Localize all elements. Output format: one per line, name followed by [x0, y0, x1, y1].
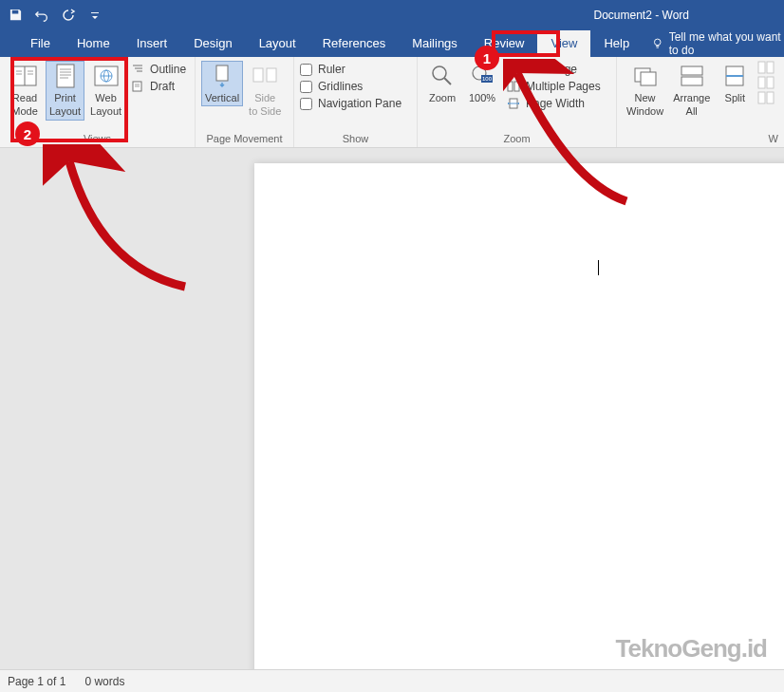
undo-icon[interactable]	[34, 8, 49, 23]
group-zoom-label: Zoom	[418, 133, 616, 147]
svg-line-26	[444, 78, 451, 84]
ribbon: Read Mode Print Layout Web Layout Outlin…	[0, 57, 784, 148]
tab-home[interactable]: Home	[64, 30, 123, 57]
svg-rect-31	[508, 82, 513, 91]
print-layout-icon	[52, 63, 79, 89]
split-icon	[721, 63, 748, 89]
draft-button[interactable]: Draft	[131, 80, 186, 93]
zoom-button[interactable]: Zoom	[423, 61, 461, 106]
group-page-movement: Vertical Side to Side Page Movement	[196, 57, 294, 147]
new-window-button[interactable]: New Window	[623, 61, 667, 121]
arrange-all-button[interactable]: Arrange All	[669, 61, 714, 121]
tab-mailings[interactable]: Mailings	[399, 30, 471, 57]
quick-access-toolbar	[8, 8, 103, 23]
outline-icon	[131, 64, 144, 75]
text-cursor	[598, 260, 599, 275]
tab-help[interactable]: Help	[590, 30, 643, 57]
svg-rect-41	[767, 62, 774, 73]
tab-design[interactable]: Design	[180, 30, 245, 57]
web-layout-icon	[93, 63, 120, 89]
split-button[interactable]: Split	[716, 61, 754, 106]
svg-rect-35	[641, 72, 656, 85]
window-title: Document2 - Word	[594, 9, 690, 22]
save-icon[interactable]	[8, 8, 23, 23]
svg-rect-7	[57, 65, 74, 87]
tab-file[interactable]: File	[17, 30, 64, 57]
page-width-icon	[507, 98, 520, 109]
svg-rect-40	[758, 62, 765, 73]
group-zoom: Zoom 100 100% One Page Multiple Pages Pa…	[418, 57, 617, 147]
draft-icon	[131, 81, 144, 92]
one-page-icon	[507, 64, 520, 75]
title-bar: Document2 - Word	[0, 0, 784, 29]
reset-window-icon[interactable]	[757, 91, 775, 104]
group-show: Ruler Gridlines Navigation Pane Show	[294, 57, 418, 147]
navigation-pane-checkbox[interactable]: Navigation Pane	[300, 97, 401, 110]
document-page[interactable]	[254, 163, 784, 669]
side-to-side-icon	[252, 63, 278, 89]
page-status[interactable]: Page 1 of 1	[8, 675, 65, 688]
tab-review[interactable]: Review	[471, 30, 538, 57]
tab-view[interactable]: View	[537, 30, 590, 57]
page-width-button[interactable]: Page Width	[507, 97, 601, 110]
new-window-icon	[632, 63, 659, 89]
multiple-pages-button[interactable]: Multiple Pages	[507, 80, 601, 93]
group-window-label: W	[617, 133, 784, 147]
outline-button[interactable]: Outline	[131, 63, 186, 76]
status-bar: Page 1 of 1 0 words	[0, 669, 784, 692]
group-show-label: Show	[294, 133, 417, 147]
view-side-icon[interactable]	[757, 61, 775, 74]
sync-scroll-icon[interactable]	[757, 76, 775, 89]
vertical-button[interactable]: Vertical	[201, 61, 243, 106]
watermark: TeknoGeng.id	[616, 634, 767, 664]
svg-rect-44	[758, 92, 765, 103]
svg-rect-30	[511, 65, 516, 74]
multi-page-icon	[507, 81, 520, 92]
tell-me-search[interactable]: Tell me what you want to do	[652, 30, 784, 57]
gridlines-checkbox[interactable]: Gridlines	[300, 80, 401, 93]
group-window: New Window Arrange All Split W	[617, 57, 784, 147]
read-mode-icon	[11, 63, 38, 89]
svg-point-0	[655, 39, 662, 46]
group-views-label: Views	[0, 133, 195, 147]
tab-references[interactable]: References	[309, 30, 399, 57]
svg-rect-24	[267, 68, 276, 82]
document-workspace[interactable]	[0, 148, 784, 669]
side-to-side-button[interactable]: Side to Side	[245, 61, 285, 121]
group-views: Read Mode Print Layout Web Layout Outlin…	[0, 57, 196, 147]
svg-rect-23	[253, 68, 263, 82]
group-page-movement-label: Page Movement	[196, 133, 293, 147]
svg-rect-43	[767, 77, 774, 88]
word-count[interactable]: 0 words	[84, 675, 124, 688]
tab-layout[interactable]: Layout	[246, 30, 309, 57]
lightbulb-icon	[652, 37, 663, 50]
svg-rect-36	[681, 66, 702, 75]
hundred-percent-icon: 100	[469, 63, 495, 89]
svg-rect-45	[767, 92, 774, 103]
customize-qat-icon[interactable]	[87, 8, 103, 23]
hundred-percent-button[interactable]: 100 100%	[463, 61, 501, 106]
svg-rect-37	[681, 77, 702, 85]
arrange-all-icon	[679, 63, 705, 89]
svg-rect-32	[514, 82, 519, 91]
ribbon-tabs: File Home Insert Design Layout Reference…	[0, 29, 784, 57]
svg-rect-22	[216, 65, 228, 81]
web-layout-button[interactable]: Web Layout	[86, 61, 125, 121]
svg-point-25	[433, 66, 446, 80]
svg-text:100: 100	[482, 76, 493, 82]
zoom-icon	[429, 63, 456, 89]
redo-icon[interactable]	[61, 8, 76, 23]
ruler-checkbox[interactable]: Ruler	[300, 63, 401, 76]
print-layout-button[interactable]: Print Layout	[46, 61, 84, 121]
svg-rect-42	[758, 77, 765, 88]
read-mode-button[interactable]: Read Mode	[6, 61, 44, 121]
one-page-button[interactable]: One Page	[507, 63, 601, 76]
vertical-icon	[209, 63, 235, 89]
tab-insert[interactable]: Insert	[123, 30, 181, 57]
